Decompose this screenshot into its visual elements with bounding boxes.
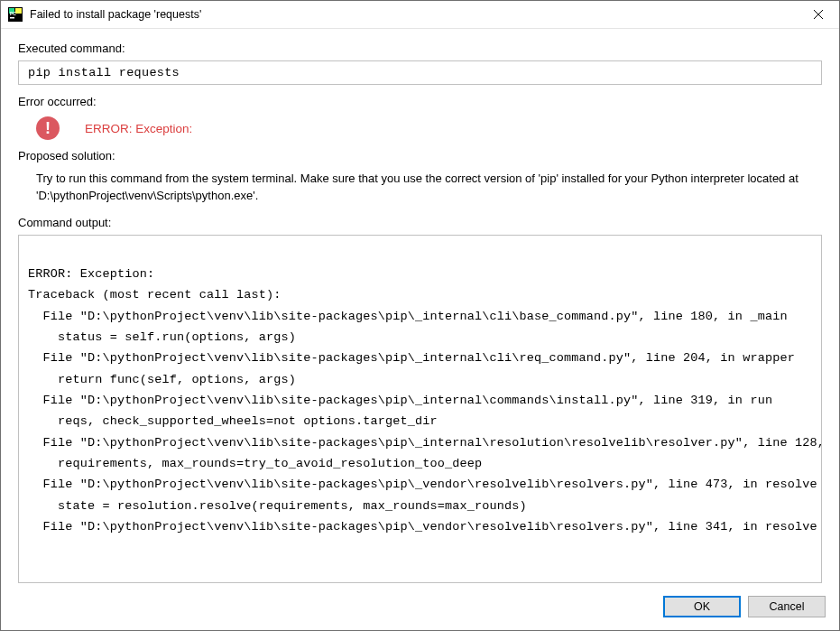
dialog-content: Executed command: pip install requests E… <box>1 29 839 592</box>
dialog-footer: OK Cancel <box>1 592 839 630</box>
window-title: Failed to install package 'requests' <box>30 8 798 21</box>
proposed-solution-label: Proposed solution: <box>18 149 822 162</box>
pycharm-app-icon: PC <box>8 7 23 22</box>
close-icon <box>814 10 823 19</box>
command-output-box[interactable]: ERROR: Exception: Traceback (most recent… <box>18 235 822 583</box>
svg-rect-3 <box>10 17 14 19</box>
cancel-button[interactable]: Cancel <box>748 596 826 617</box>
command-output-label: Command output: <box>18 216 822 229</box>
proposed-solution-text: Try to run this command from the system … <box>36 171 822 205</box>
close-button[interactable] <box>798 1 839 29</box>
executed-command-box[interactable]: pip install requests <box>18 60 822 85</box>
error-text: ERROR: Exception: <box>85 122 192 135</box>
error-row: ! ERROR: Exception: <box>36 116 822 140</box>
executed-command-label: Executed command: <box>18 42 822 55</box>
svg-rect-2 <box>15 8 22 14</box>
ok-button[interactable]: OK <box>663 596 741 617</box>
error-occurred-label: Error occurred: <box>18 95 822 108</box>
svg-text:PC: PC <box>10 11 16 16</box>
titlebar: PC Failed to install package 'requests' <box>1 1 839 29</box>
error-icon: ! <box>36 116 60 140</box>
dialog-window: PC Failed to install package 'requests' … <box>0 0 840 631</box>
